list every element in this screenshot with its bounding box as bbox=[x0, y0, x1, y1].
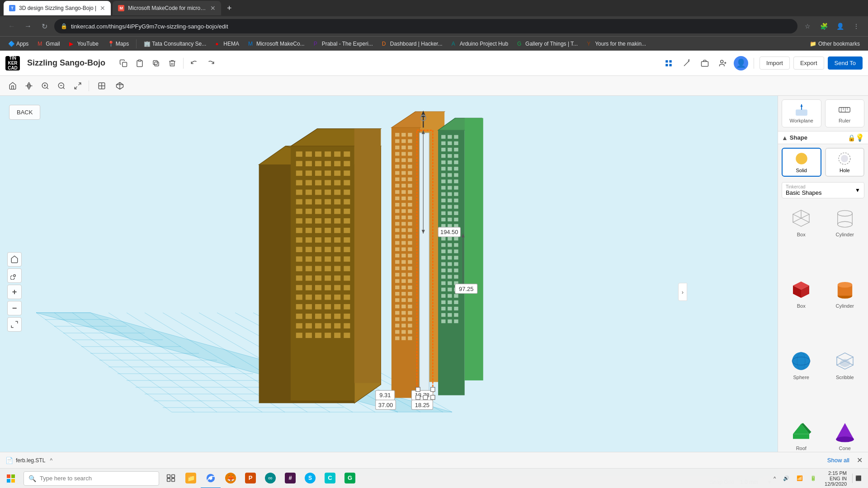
shape-lock-button[interactable]: 🔒 bbox=[848, 134, 855, 141]
bookmark-tata[interactable]: 🏢 Tata Consultancy Se... bbox=[140, 40, 210, 48]
bookmark-dashboard[interactable]: D Dashboard | Hacker... bbox=[378, 40, 446, 48]
canvas-area[interactable]: 194.50 97.25 9.31 37.00 18.78 18.25 bbox=[0, 96, 778, 488]
workplane-button[interactable]: Workplane bbox=[782, 99, 821, 127]
paste-button[interactable] bbox=[132, 56, 147, 70]
taskbar-skype[interactable]: S bbox=[300, 469, 320, 488]
pickaxe-button[interactable] bbox=[679, 56, 694, 70]
profile-button[interactable]: 👤 bbox=[834, 20, 846, 33]
shape-light-button[interactable]: 💡 bbox=[855, 133, 864, 142]
back-nav-button[interactable]: ← bbox=[5, 20, 18, 33]
taskbar-file-explorer[interactable]: 📁 bbox=[181, 469, 201, 488]
briefcase-button[interactable] bbox=[698, 56, 712, 70]
download-chevron-icon[interactable]: ^ bbox=[50, 457, 52, 464]
tab-1[interactable]: T 3D design Sizzling Sango-Bojo | ✕ bbox=[4, 1, 111, 15]
tray-expand-btn[interactable]: ^ bbox=[771, 474, 778, 483]
undo-button[interactable] bbox=[187, 56, 202, 70]
svg-rect-155 bbox=[315, 285, 321, 291]
shape-item-box-red[interactable]: Box bbox=[780, 273, 823, 344]
taskbar-canva[interactable]: C bbox=[320, 469, 340, 488]
shape-item-cylinder-orange[interactable]: Cylinder bbox=[824, 273, 867, 344]
profile-avatar-button[interactable]: 👤 bbox=[734, 56, 748, 70]
extensions-button[interactable]: 🧩 bbox=[817, 20, 830, 33]
shape-item-sphere[interactable]: Sphere bbox=[780, 345, 823, 415]
top-view-button[interactable] bbox=[93, 79, 111, 93]
bookmark-maps[interactable]: 📍 Maps bbox=[104, 40, 132, 48]
svg-rect-198 bbox=[395, 145, 399, 149]
forward-nav-button[interactable]: → bbox=[22, 20, 34, 33]
bookmark-button[interactable]: ☆ bbox=[801, 20, 814, 33]
user-add-button[interactable] bbox=[716, 56, 730, 70]
delete-button[interactable] bbox=[165, 56, 179, 70]
bookmark-apps[interactable]: 🔷 Apps bbox=[5, 40, 32, 48]
bookmark-yours[interactable]: Y Yours for the makin... bbox=[583, 40, 650, 48]
ruler-button[interactable]: Ruler bbox=[825, 99, 865, 127]
duplicate-button[interactable] bbox=[149, 56, 163, 70]
solid-button[interactable]: Solid bbox=[782, 148, 821, 177]
battery-icon[interactable]: 🔋 bbox=[807, 474, 819, 483]
taskbar-green-app[interactable]: G bbox=[340, 469, 360, 488]
bookmark-arduino[interactable]: A Arduino Project Hub bbox=[448, 40, 512, 48]
redo-button[interactable] bbox=[203, 56, 218, 70]
system-clock[interactable]: 2:15 PM ENG IN 12/9/2020 bbox=[821, 469, 850, 488]
fit-view-ctrl[interactable] bbox=[7, 317, 22, 332]
svg-rect-457 bbox=[167, 474, 170, 478]
tab-2[interactable]: M Microsoft MakeCode for micro:b... ✕ bbox=[113, 1, 221, 15]
copy-button[interactable] bbox=[116, 56, 131, 70]
3d-scene[interactable]: 194.50 97.25 9.31 37.00 18.78 18.25 bbox=[0, 96, 778, 488]
taskbar-firefox[interactable]: 🦊 bbox=[221, 469, 241, 488]
shape-item-cylinder-wireframe[interactable]: Cylinder bbox=[824, 202, 867, 272]
shape-expand-button[interactable]: ▲ bbox=[782, 134, 788, 141]
more-button[interactable]: ⋮ bbox=[850, 20, 863, 33]
svg-rect-186 bbox=[325, 333, 331, 338]
download-close-button[interactable]: ✕ bbox=[857, 456, 863, 465]
import-button[interactable]: Import bbox=[760, 56, 790, 70]
bookmark-prabal[interactable]: P Prabal - The Experi... bbox=[310, 40, 377, 48]
speaker-icon[interactable]: 🔊 bbox=[780, 474, 792, 483]
bookmark-other[interactable]: 📁 Other bookmarks bbox=[806, 40, 863, 48]
svg-rect-234 bbox=[395, 222, 399, 225]
home-view-button[interactable] bbox=[5, 79, 20, 93]
send-to-button[interactable]: Send To bbox=[828, 56, 863, 70]
back-button[interactable]: BACK bbox=[9, 105, 40, 120]
tab-1-close[interactable]: ✕ bbox=[100, 5, 105, 12]
new-tab-button[interactable]: + bbox=[223, 2, 236, 14]
bookmark-youtube[interactable]: ▶ YouTube bbox=[66, 40, 102, 48]
shape-item-scribble[interactable]: Scribble bbox=[824, 345, 867, 415]
tab-2-close[interactable]: ✕ bbox=[210, 5, 216, 12]
start-button[interactable] bbox=[0, 469, 22, 488]
shape-category-dropdown[interactable]: Tinkercad Basic Shapes ▼ bbox=[782, 182, 864, 198]
reload-button[interactable]: ↻ bbox=[38, 20, 51, 33]
zoom-out-ctrl[interactable]: − bbox=[7, 301, 22, 315]
orbit-view-btn[interactable] bbox=[7, 268, 22, 283]
show-desktop-btn[interactable]: ⬛ bbox=[852, 474, 864, 483]
bookmark-gallery[interactable]: G Gallery of Things | T... bbox=[514, 40, 581, 48]
panel-toggle-button[interactable]: › bbox=[678, 283, 687, 301]
bookmark-gmail[interactable]: M Gmail bbox=[34, 40, 63, 48]
taskbar-slack[interactable]: # bbox=[280, 469, 300, 488]
show-all-button[interactable]: Show all bbox=[824, 455, 853, 465]
taskbar-arduino[interactable]: ∞ bbox=[260, 469, 280, 488]
svg-rect-153 bbox=[296, 285, 302, 291]
shape-item-box-wireframe[interactable]: Box bbox=[780, 202, 823, 272]
network-icon[interactable]: 📶 bbox=[794, 474, 806, 483]
svg-rect-76 bbox=[306, 161, 312, 166]
bookmark-hema[interactable]: ● HEMA bbox=[212, 40, 243, 48]
grid-view-button[interactable] bbox=[661, 56, 676, 70]
perspective-button[interactable] bbox=[113, 79, 127, 93]
svg-rect-105 bbox=[296, 209, 302, 214]
zoom-out-button[interactable] bbox=[54, 79, 69, 93]
export-button[interactable]: Export bbox=[793, 56, 824, 70]
taskbar-powerpoint[interactable]: P bbox=[241, 469, 260, 488]
svg-rect-176 bbox=[344, 314, 350, 319]
zoom-in-ctrl[interactable]: + bbox=[7, 285, 22, 299]
taskbar-chrome[interactable] bbox=[201, 469, 221, 488]
taskbar-task-view[interactable] bbox=[161, 469, 181, 488]
fit-all-button[interactable] bbox=[71, 79, 85, 93]
zoom-in-button[interactable] bbox=[38, 79, 52, 93]
orbit-button[interactable] bbox=[22, 79, 36, 93]
taskbar-search-box[interactable]: 🔍 Type here to search bbox=[24, 471, 159, 486]
home-view-btn[interactable] bbox=[7, 252, 22, 267]
address-bar[interactable]: 🔒 tinkercad.com/things/4iPFyG9m7cw-sizzl… bbox=[54, 19, 797, 33]
hole-button[interactable]: Hole bbox=[825, 148, 865, 177]
bookmark-makecode[interactable]: M Microsoft MakeCo... bbox=[245, 40, 308, 48]
